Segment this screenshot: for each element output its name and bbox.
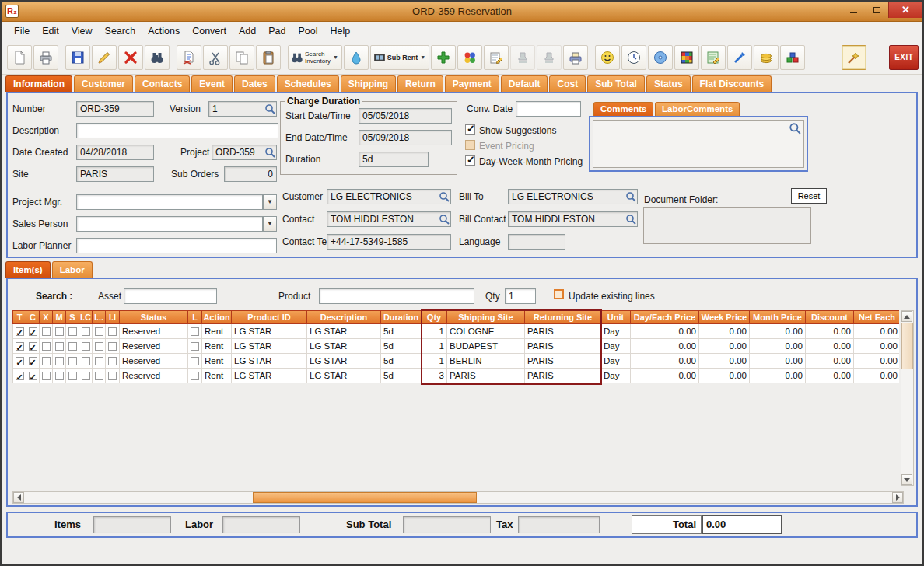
stamp-button[interactable] — [510, 45, 535, 70]
end-date-field[interactable]: 05/09/2018 — [359, 130, 452, 145]
row-checkbox[interactable] — [29, 342, 37, 351]
menu-file[interactable]: File — [8, 24, 36, 38]
smiley-button[interactable] — [595, 45, 620, 70]
row-checkbox[interactable] — [82, 372, 90, 380]
menu-help[interactable]: Help — [324, 24, 357, 38]
new-button[interactable] — [7, 45, 32, 70]
row-checkbox[interactable] — [42, 357, 51, 365]
row-checkbox[interactable] — [191, 327, 199, 336]
description-field[interactable] — [76, 123, 278, 138]
tab-labor[interactable]: Labor — [52, 261, 93, 278]
tab-cost[interactable]: Cost — [549, 75, 586, 92]
tab-labor-comments[interactable]: LaborComments — [655, 102, 740, 116]
row-checkbox[interactable] — [108, 357, 117, 365]
menu-convert[interactable]: Convert — [186, 24, 233, 38]
magnifier-icon[interactable] — [264, 103, 275, 117]
print-button[interactable] — [33, 45, 58, 70]
column-header-ic[interactable]: I.C — [79, 311, 93, 323]
show-suggestions-checkbox[interactable] — [465, 124, 475, 135]
column-header-action[interactable]: Action — [202, 311, 232, 323]
row-checkbox[interactable] — [95, 357, 103, 365]
tab-event[interactable]: Event — [191, 75, 233, 92]
update-lines-checkbox[interactable] — [554, 289, 564, 299]
sales-person-dropdown[interactable]: ▼ — [263, 216, 277, 232]
scroll-right-button[interactable] — [892, 492, 903, 503]
column-header-s[interactable]: S — [66, 311, 79, 323]
column-header-discount[interactable]: Discount — [806, 311, 854, 323]
coins-button[interactable] — [754, 45, 779, 70]
contact-tel-field[interactable]: +44-17-5349-1585 — [327, 234, 451, 250]
copy-button[interactable] — [229, 45, 254, 70]
table-row[interactable]: Reserved Rent LG STAR LG STAR 5d 1 BUDAP… — [12, 339, 899, 354]
bill-to-field[interactable]: LG ELECTRONICS — [508, 189, 638, 204]
row-checkbox[interactable] — [95, 327, 103, 336]
table-row[interactable]: Reserved Rent LG STAR LG STAR 5d 1 BERLI… — [12, 354, 899, 369]
tab-items[interactable]: Item(s) — [5, 261, 51, 278]
horizontal-scroll-thumb[interactable] — [253, 492, 477, 503]
row-checkbox[interactable] — [95, 372, 103, 380]
history-button[interactable] — [621, 45, 646, 70]
magnifier-icon[interactable] — [439, 191, 450, 204]
horizontal-scrollbar[interactable] — [12, 491, 904, 504]
column-header-x[interactable]: X — [40, 311, 53, 323]
column-header-ii[interactable]: I.I — [106, 311, 120, 323]
magnifier-icon[interactable] — [625, 191, 636, 204]
column-header-qty[interactable]: Qty — [422, 311, 447, 323]
row-checkbox[interactable] — [29, 372, 37, 380]
menu-actions[interactable]: Actions — [142, 24, 186, 38]
tab-status[interactable]: Status — [646, 75, 691, 92]
tab-contacts[interactable]: Contacts — [135, 75, 190, 92]
column-header-unit[interactable]: Unit — [601, 311, 631, 323]
scroll-down-button[interactable] — [901, 474, 912, 485]
row-checkbox[interactable] — [29, 357, 37, 365]
tab-shipping[interactable]: Shipping — [341, 75, 396, 92]
menu-edit[interactable]: Edit — [36, 24, 65, 38]
project-field[interactable]: ORD-359 — [212, 145, 277, 160]
reset-button[interactable]: Reset — [791, 188, 827, 204]
notes-button[interactable] — [484, 45, 509, 70]
column-header-week-price[interactable]: Week Price — [699, 311, 750, 323]
row-checkbox[interactable] — [108, 342, 117, 351]
scroll-left-button[interactable] — [13, 492, 24, 503]
row-checkbox[interactable] — [16, 327, 24, 336]
event-pricing-checkbox[interactable] — [465, 140, 475, 150]
column-header-i[interactable]: I... — [93, 311, 106, 323]
row-checkbox[interactable] — [68, 342, 77, 351]
dwm-pricing-checkbox[interactable] — [465, 155, 475, 166]
row-checkbox[interactable] — [16, 372, 24, 380]
row-checkbox[interactable] — [16, 357, 24, 365]
wand-button[interactable] — [842, 45, 866, 70]
asset-input[interactable] — [124, 288, 217, 304]
groups-button[interactable] — [457, 45, 482, 70]
dropdown-caret-icon[interactable]: ▼ — [332, 54, 339, 60]
project-mgr-field[interactable] — [76, 194, 263, 210]
tab-dates[interactable]: Dates — [234, 75, 275, 92]
row-checkbox[interactable] — [42, 342, 51, 351]
tab-schedules[interactable]: Schedules — [277, 75, 339, 92]
product-input[interactable] — [319, 288, 474, 304]
table-row[interactable]: Reserved Rent LG STAR LG STAR 5d 1 COLOG… — [12, 324, 899, 339]
scroll-up-button[interactable] — [901, 311, 912, 322]
bill-contact-field[interactable]: TOM HIDDLESTON — [508, 211, 638, 227]
sub-rent-button[interactable]: Sub Rent ▼ — [370, 45, 429, 70]
maximize-button[interactable] — [865, 2, 888, 18]
search-inventory-button[interactable]: SearchInventory ▼ — [288, 45, 342, 70]
tab-comments[interactable]: Comments — [593, 102, 653, 116]
column-header-c[interactable]: C — [26, 311, 40, 323]
column-header-l[interactable]: L — [188, 311, 202, 323]
delete-button[interactable] — [118, 45, 143, 70]
column-header-status[interactable]: Status — [120, 311, 188, 323]
tab-payment[interactable]: Payment — [445, 75, 499, 92]
row-checkbox[interactable] — [95, 342, 103, 351]
row-checkbox[interactable] — [42, 372, 51, 380]
row-checkbox[interactable] — [108, 327, 117, 336]
paste-button[interactable] — [256, 45, 281, 70]
vertical-scrollbar[interactable] — [901, 310, 914, 486]
magnifier-icon[interactable] — [625, 214, 636, 227]
column-header-month-price[interactable]: Month Price — [750, 311, 806, 323]
report-button[interactable] — [563, 45, 588, 70]
document-folder-box[interactable] — [643, 207, 811, 244]
find-button[interactable] — [145, 45, 170, 70]
column-header-duration[interactable]: Duration — [381, 311, 422, 323]
duration-field[interactable]: 5d — [359, 152, 429, 167]
